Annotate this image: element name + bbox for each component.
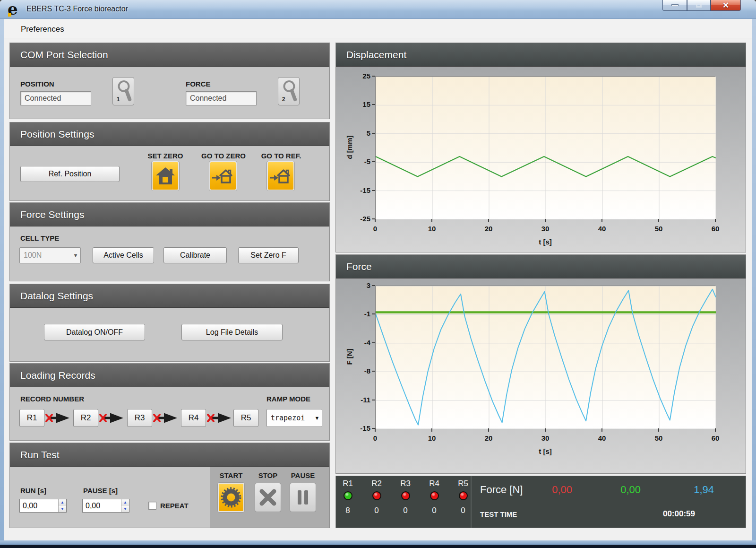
stop-x-icon: [258, 487, 278, 508]
datalog-onoff-button[interactable]: Datalog ON/OFF: [44, 324, 145, 340]
panel-datalog-settings-header: Datalog Settings: [10, 284, 329, 308]
cell-type-label: CELL TYPE: [20, 234, 59, 242]
led-R4: [430, 491, 439, 500]
panel-position-settings: Position Settings Ref. Position SET ZERO…: [9, 122, 330, 201]
led-R2: [372, 491, 381, 500]
force-plot-area: [375, 286, 715, 428]
panel-displacement-header: Displacement: [336, 43, 746, 67]
y-tick-label: -15: [349, 186, 370, 194]
x-tick: [431, 219, 432, 222]
titlebar[interactable]: e EBERS TC-3 Force bioreactor ✕: [0, 0, 756, 19]
panel-com-port-header: COM Port Selection: [10, 43, 329, 67]
led-label: R1: [337, 479, 358, 488]
panel-run-test: Run Test RUN [s] 0,00 ▲▼ PAUSE [s] 0,00 …: [9, 443, 330, 528]
spin-up-button[interactable]: ▲: [121, 499, 129, 506]
spin-down-button[interactable]: ▼: [59, 506, 66, 513]
close-button[interactable]: ✕: [711, 0, 741, 11]
x-tick-label: 10: [421, 225, 443, 233]
pause-seconds-input[interactable]: 0,00 ▲▼: [82, 499, 129, 513]
start-button[interactable]: [218, 483, 244, 512]
go-to-ref-button[interactable]: [267, 161, 294, 191]
set-zero-button[interactable]: [152, 161, 179, 191]
calibrate-button[interactable]: Calibrate: [163, 247, 227, 263]
set-zero-label: SET ZERO: [144, 152, 187, 160]
panel-displacement: Displacement 25155-5-15-250102030405060t…: [335, 43, 746, 252]
start-label: START: [218, 471, 244, 479]
set-zero-f-button[interactable]: Set Zero F: [238, 247, 299, 263]
minimize-button[interactable]: [662, 0, 687, 11]
record-led-column: R40: [424, 479, 445, 515]
record-arrow-icon: [153, 412, 180, 424]
com-search-position-button[interactable]: 1: [112, 77, 134, 105]
chevron-down-icon: ▼: [312, 415, 322, 421]
spin-up-button[interactable]: ▲: [59, 499, 66, 506]
record-number-label: RECORD NUMBER: [20, 395, 84, 403]
cell-type-select[interactable]: 100N ▼: [19, 247, 81, 263]
panel-com-port: COM Port Selection POSITION Connected 1 …: [9, 43, 330, 119]
y-tick: [372, 161, 375, 162]
x-tick-label: 50: [648, 225, 670, 233]
menu-preferences[interactable]: Preferences: [17, 24, 68, 35]
ref-position-button[interactable]: Ref. Position: [20, 166, 120, 182]
test-time-value: 00:00:59: [638, 509, 695, 519]
window-title: EBERS TC-3 Force bioreactor: [26, 5, 128, 13]
panel-force-settings: Force Settings CELL TYPE 100N ▼ Active C…: [9, 202, 330, 281]
force-value-0: 0,00: [529, 484, 572, 496]
record-button-R2[interactable]: R2: [73, 409, 98, 427]
x-tick-label: 20: [478, 225, 499, 233]
stop-button[interactable]: [255, 483, 281, 512]
x-tick: [488, 219, 489, 222]
panel-force: Force 3-1-4-8-11-150102030405060t [s]F […: [335, 254, 746, 474]
log-file-details-button[interactable]: Log File Details: [181, 324, 283, 340]
spin-down-button[interactable]: ▼: [121, 506, 129, 513]
x-tick-label: 30: [534, 434, 556, 442]
stop-label: STOP: [255, 471, 281, 479]
status-divider: [471, 476, 472, 528]
active-cells-button[interactable]: Active Cells: [93, 247, 154, 263]
led-label: R2: [366, 479, 387, 488]
pause-icon: [292, 487, 313, 508]
go-to-zero-button[interactable]: [209, 161, 237, 191]
run-seconds-input[interactable]: 0,00 ▲▼: [19, 499, 67, 513]
x-tick: [545, 219, 546, 222]
maximize-icon: [696, 3, 702, 8]
record-led-column: R20: [366, 479, 387, 515]
run-seconds-label: RUN [s]: [20, 487, 46, 495]
y-tick-label: -11: [349, 396, 370, 404]
pause-button[interactable]: [290, 483, 316, 512]
record-button-R3[interactable]: R3: [127, 409, 152, 427]
record-button-R4[interactable]: R4: [181, 409, 206, 427]
panel-loading-records-header: Loading Records: [10, 364, 329, 387]
x-tick-label: 60: [704, 434, 726, 442]
panel-run-test-header: Run Test: [10, 443, 329, 467]
y-tick: [372, 342, 375, 343]
force-value-2: 1,94: [670, 484, 714, 496]
record-arrow-icon: [99, 412, 126, 424]
record-count: 0: [366, 506, 387, 515]
panel-status: R18R20R30R40R50 Force [N] 0,000,001,94 T…: [335, 476, 746, 528]
record-count: 0: [395, 506, 416, 515]
svg-text:1: 1: [117, 96, 120, 103]
led-label: R3: [395, 479, 416, 488]
close-icon: ✕: [722, 0, 729, 10]
led-label: R4: [424, 479, 445, 488]
maximize-button[interactable]: [687, 0, 711, 11]
x-tick-label: 0: [364, 225, 386, 233]
force-label: FORCE: [186, 80, 211, 88]
com-search-force-button[interactable]: 2: [278, 77, 300, 105]
y-tick: [372, 371, 375, 372]
y-tick: [372, 104, 375, 105]
record-led-column: R18: [337, 479, 358, 515]
y-tick-label: -15: [349, 424, 370, 432]
repeat-checkbox[interactable]: [148, 502, 156, 510]
x-tick: [601, 428, 602, 432]
y-tick: [372, 190, 375, 191]
record-button-R1[interactable]: R1: [19, 409, 44, 427]
led-R3: [401, 491, 410, 500]
record-button-R5[interactable]: R5: [233, 409, 258, 427]
house-arrow-icon: [211, 165, 235, 186]
ramp-mode-select[interactable]: trapezoi ▼: [266, 409, 322, 427]
x-tick: [715, 219, 716, 222]
y-tick-label: -25: [349, 215, 370, 223]
y-tick: [372, 400, 375, 400]
